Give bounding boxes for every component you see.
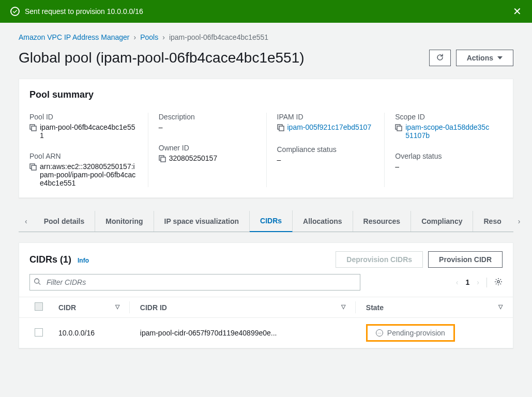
tab-monitoring[interactable]: Monitoring: [95, 211, 154, 232]
svg-point-12: [497, 280, 499, 282]
table-row[interactable]: 10.0.0.0/16 ipam-pool-cidr-0657f970d119e…: [19, 318, 513, 348]
pagination-page: 1: [466, 278, 470, 286]
refresh-button[interactable]: [429, 50, 451, 66]
cidrs-heading: CIDRs (1): [29, 254, 71, 265]
check-circle-icon: [10, 7, 20, 16]
copy-icon[interactable]: [159, 155, 166, 164]
copy-icon[interactable]: [277, 124, 284, 133]
breadcrumb-current: ipam-pool-06fb4cace4bc1e551: [169, 33, 268, 41]
tab-cidrs[interactable]: CIDRs: [250, 210, 293, 232]
actions-label: Actions: [467, 54, 493, 62]
description-label: Description: [159, 113, 256, 121]
cell-cidr-id: ipam-pool-cidr-0657f970d119e40899e0e...: [130, 318, 356, 348]
copy-icon[interactable]: [29, 124, 37, 133]
scope-id-label: Scope ID: [395, 113, 492, 121]
copy-icon[interactable]: [29, 163, 37, 172]
refresh-icon: [436, 53, 444, 63]
deprovision-button: Deprovision CIDRs: [336, 251, 423, 268]
ipam-id-label: IPAM ID: [277, 113, 374, 121]
chevron-right-icon: ›: [134, 33, 136, 41]
cidrs-card: CIDRs (1) Info Deprovision CIDRs Provisi…: [19, 242, 513, 348]
col-cidr[interactable]: CIDR▽: [48, 297, 130, 318]
tab-scroll-left[interactable]: ‹: [19, 217, 34, 225]
svg-rect-7: [279, 126, 284, 131]
chevron-down-icon: [497, 56, 503, 59]
overlap-value: –: [395, 162, 399, 171]
scope-id-link[interactable]: ipam-scope-0a158dde35c51107b: [405, 123, 492, 140]
select-all-checkbox[interactable]: [35, 302, 43, 311]
info-link[interactable]: Info: [78, 257, 89, 264]
state-text: Pending-provision: [387, 329, 445, 337]
pagination: ‹ 1 ›: [456, 278, 503, 287]
notification-message: Sent request to provision 10.0.0.0/16: [25, 7, 143, 16]
cell-cidr: 10.0.0.0/16: [48, 318, 130, 348]
compliance-value: –: [277, 156, 281, 164]
tab-ip-space[interactable]: IP space visualization: [154, 211, 250, 232]
tabs-bar: ‹ Pool details Monitoring IP space visua…: [19, 210, 513, 232]
svg-rect-9: [397, 126, 402, 131]
copy-icon[interactable]: [395, 124, 402, 133]
pending-icon: [376, 329, 383, 337]
tab-resources[interactable]: Resources: [353, 211, 412, 232]
pool-summary-card: Pool summary Pool ID ipam-pool-06fb4cace…: [19, 79, 513, 198]
svg-rect-3: [32, 165, 36, 170]
pool-id-value: ipam-pool-06fb4cace4bc1e551: [40, 123, 138, 140]
overlap-label: Overlap status: [395, 152, 492, 160]
sort-icon: ▽: [341, 303, 345, 310]
page-title: Global pool (ipam-pool-06fb4cace4bc1e551…: [19, 50, 305, 66]
svg-point-10: [35, 279, 39, 283]
cidrs-table: CIDR▽ CIDR ID▽ State▽ 10.0.0.0/16 ipam-p…: [19, 297, 513, 348]
breadcrumb-service-link[interactable]: Amazon VPC IP Address Manager: [19, 33, 130, 41]
sort-icon: ▽: [115, 303, 119, 310]
pagination-next[interactable]: ›: [477, 278, 479, 286]
breadcrumb: Amazon VPC IP Address Manager › Pools › …: [19, 33, 513, 41]
pool-id-label: Pool ID: [29, 113, 138, 121]
pool-arn-label: Pool ARN: [29, 152, 138, 160]
owner-id-label: Owner ID: [159, 144, 256, 152]
sort-icon: ▽: [498, 303, 503, 310]
gear-icon[interactable]: [487, 278, 503, 287]
filter-input[interactable]: [29, 274, 360, 291]
provision-button[interactable]: Provision CIDR: [428, 251, 503, 268]
pool-arn-value: arn:aws:ec2::320805250157:ipam-pool/ipam…: [40, 162, 138, 187]
state-badge: Pending-provision: [366, 324, 455, 342]
card-title: Pool summary: [29, 89, 503, 100]
svg-rect-5: [161, 157, 165, 162]
svg-rect-1: [32, 126, 36, 131]
tab-allocations[interactable]: Allocations: [293, 211, 353, 232]
close-icon[interactable]: ✕: [513, 6, 522, 17]
description-value: –: [159, 123, 163, 131]
row-checkbox[interactable]: [35, 328, 43, 337]
breadcrumb-pools-link[interactable]: Pools: [140, 33, 158, 41]
svg-line-11: [39, 283, 41, 285]
tab-compliancy[interactable]: Compliancy: [411, 211, 473, 232]
search-icon: [34, 278, 41, 287]
tab-scroll-right[interactable]: ›: [512, 217, 527, 225]
success-banner: Sent request to provision 10.0.0.0/16 ✕: [0, 0, 532, 23]
tab-reso-overflow[interactable]: Reso: [473, 211, 511, 232]
compliance-label: Compliance status: [277, 145, 374, 154]
tab-pool-details[interactable]: Pool details: [34, 211, 96, 232]
owner-id-value: 320805250157: [169, 154, 217, 162]
actions-dropdown-button[interactable]: Actions: [456, 50, 513, 66]
col-cidr-id[interactable]: CIDR ID▽: [130, 297, 356, 318]
pagination-prev[interactable]: ‹: [456, 278, 459, 286]
col-state[interactable]: State▽: [356, 297, 513, 318]
chevron-right-icon: ›: [162, 33, 165, 41]
ipam-id-link[interactable]: ipam-005f921c17ebd5107: [287, 123, 372, 131]
